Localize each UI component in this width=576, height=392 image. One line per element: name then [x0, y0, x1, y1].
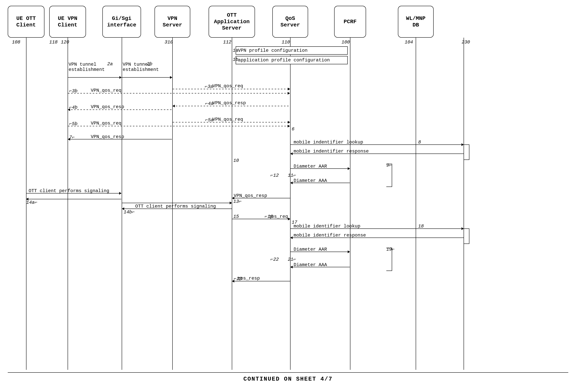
step-1a: 1a — [233, 48, 238, 53]
msg-3a-arrow — [173, 89, 290, 89]
msg-5b-arrow — [68, 126, 290, 126]
msg-5a-label: VPN_qos_req — [212, 117, 243, 122]
step-22: ⌐22 — [270, 257, 279, 262]
step-8: 8 — [418, 140, 421, 145]
lifeline-ue-vpn — [68, 38, 68, 370]
config-box-1b: application profile configuration — [236, 56, 348, 64]
step-13: 13⌐ — [233, 199, 242, 204]
msg-diam-aar-1-arrow — [290, 168, 350, 169]
msg-16-label: qos_req — [268, 214, 288, 219]
ref-118: 118 — [49, 40, 58, 45]
msg-vpn-qos-resp-2-label: VPN_qos_resp — [234, 193, 267, 198]
step-18: 18 — [418, 224, 424, 229]
ref-110: 110 — [282, 40, 290, 45]
msg-2a-arrow — [68, 77, 121, 78]
actor-pcrf: PCRF — [334, 6, 366, 38]
ref-104: 104 — [405, 40, 413, 45]
actor-gi-sgi: Gi/Sgiinterface — [102, 6, 141, 38]
msg-diam-aar-1-label: Diameter AAR — [294, 164, 327, 169]
lifeline-qos-server — [290, 38, 290, 370]
msg-2b-arrow — [122, 77, 172, 78]
actor-ue-ott: UE OTTClient — [8, 6, 44, 38]
msg-ott-sig-2-arrow — [122, 209, 232, 209]
step-11: 11⌐ — [288, 173, 296, 178]
actor-ue-vpn-label: UE VPNClient — [58, 15, 78, 28]
ref-100: 100 — [342, 40, 350, 45]
msg-23-arrow — [232, 281, 290, 281]
msg-5b-label: VPN_qos_req — [91, 121, 121, 126]
msg-ott-sig-2-arrow-r — [122, 203, 232, 203]
msg-ott-sig-1-arrow-left — [26, 199, 121, 199]
msg-8-label: mobile indentifier lookup — [294, 140, 363, 145]
step-14a: 14a⌐ — [26, 200, 37, 205]
msg-4b-label: VPN_qos_resp — [91, 104, 124, 110]
step-4a: ⌐4a — [205, 101, 213, 106]
msg-vpn-qos-resp-2-arrow — [232, 198, 290, 198]
actor-gi-sgi-label: Gi/Sgiinterface — [107, 15, 136, 28]
lifeline-pcrf — [350, 38, 350, 370]
msg-mobile-resp-2-label: mobile identifier response — [294, 233, 366, 238]
actor-wl-mnp: WL/MNPDB — [398, 6, 434, 38]
step-2b: 2b — [147, 61, 152, 67]
step-4b: ⌐4b — [69, 105, 78, 110]
step-21: 21⌐ — [288, 257, 296, 262]
msg-diam-aaa-2-label: Diameter AAA — [294, 262, 327, 267]
msg-7-arrow — [68, 139, 172, 140]
bracket-8-9 — [463, 144, 469, 160]
msg-3b-label: VPN_qos_req — [91, 88, 121, 93]
lifeline-wl-mnp — [416, 38, 416, 370]
msg-18-arrow — [290, 228, 463, 229]
ref-108: 108 — [12, 40, 20, 45]
actor-qos-server: QoSServer — [272, 6, 308, 38]
msg-2b-label: VPN tunnelestablishment — [123, 62, 159, 72]
actor-pcrf-label: PCRF — [344, 19, 357, 25]
msg-ott-sig-2-label: OTT client performs signaling — [135, 204, 216, 209]
actor-qos-server-label: QoSServer — [281, 15, 300, 28]
msg-7-label: VPN_qos_resp — [91, 134, 124, 140]
step-12: ⌐12 — [270, 173, 279, 178]
actor-wl-mnp-label: WL/MNPDB — [406, 15, 426, 28]
lifeline-gi-sgi — [122, 38, 122, 370]
footer-text: CONTINUED ON SHEET 4/7 — [0, 376, 576, 382]
step-5a: ⌐5a — [205, 117, 213, 123]
msg-ott-sig-1-label: OTT client performs signaling — [29, 188, 109, 194]
msg-mobile-resp-1-label: mobile indentifier response — [294, 149, 369, 154]
actor-ue-vpn: UE VPNClient — [49, 6, 86, 38]
actor-ott-app-label: OTT ApplicationServer — [210, 12, 253, 31]
msg-4b-arrow — [68, 110, 172, 110]
actor-ue-ott-label: UE OTTClient — [16, 15, 36, 28]
step-15: 15 — [233, 214, 239, 219]
msg-ott-sig-1-arrow-right — [26, 193, 121, 194]
footer-line — [8, 372, 568, 373]
step-5b: ⌐5b — [69, 121, 78, 126]
msg-diam-aaa-1-arrow — [290, 183, 350, 183]
step-3b: ⌐3b — [69, 88, 78, 94]
step-14b: 14b⌐ — [124, 210, 135, 215]
actor-ott-app: OTT ApplicationServer — [209, 6, 255, 38]
msg-8-arrow — [290, 144, 463, 145]
msg-diam-aaa-1-label: Diameter AAA — [294, 178, 327, 183]
msg-4a-arrow — [173, 106, 290, 106]
msg-mobile-resp-1-arrow — [290, 154, 463, 154]
msg-2a-label: VPN tunnelestablishment — [69, 62, 105, 72]
step-3a: ⌐3a — [205, 84, 213, 89]
ref-112: 112 — [223, 40, 231, 45]
msg-4a-label: VPN_qos_resp — [212, 100, 246, 106]
msg-5a-arrow — [173, 122, 290, 122]
step-1b: 1b — [233, 57, 238, 62]
msg-diam-aaa-2-arrow — [290, 267, 350, 267]
ref-310: 310 — [165, 40, 173, 45]
step-2a: 2a — [107, 61, 113, 67]
step-6: 6 — [292, 126, 294, 132]
msg-3b-arrow — [68, 93, 290, 93]
msg-mobile-resp-2-arrow — [290, 238, 463, 238]
msg-3a-label: VPN_qos_req — [212, 84, 243, 89]
bracket-9 — [386, 164, 392, 187]
ref-230: 230 — [462, 40, 470, 45]
config-box-1a: VPN profile configuration — [236, 46, 348, 55]
msg-18-label: mobile identifier lookup — [294, 224, 360, 229]
msg-23-label: qos_resp — [238, 276, 260, 281]
actor-vpn-server-label: VPNServer — [163, 15, 182, 28]
msg-16-arrow — [232, 219, 290, 219]
step-10: 10 — [233, 158, 239, 163]
